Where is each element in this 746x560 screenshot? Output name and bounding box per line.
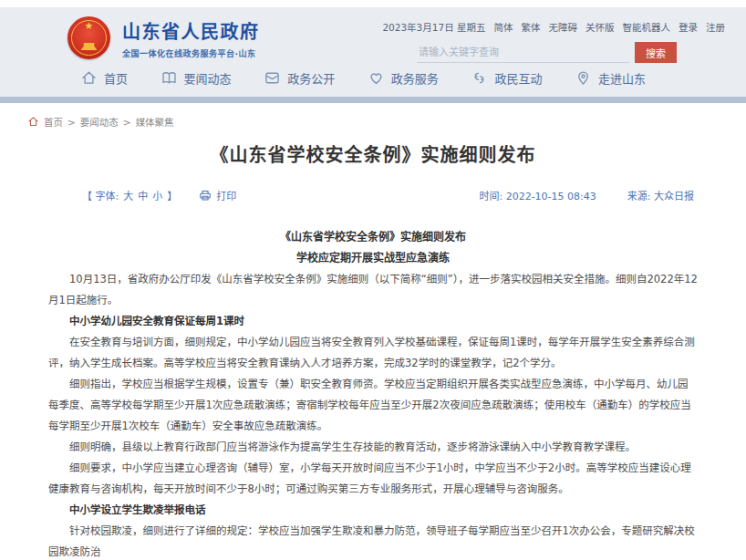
page-title: 《山东省学校安全条例》实施细则发布 — [48, 140, 698, 167]
article: 《山东省学校安全条例》实施细则发布 【 字体: 大 中 小 】 打印 — [48, 140, 698, 560]
date-text: 2023年3月17日 星期五 — [382, 20, 485, 34]
top-link-smart-robot[interactable]: 智能机器人 — [623, 20, 671, 34]
national-emblem-icon: ★ — [67, 16, 110, 59]
mail-icon — [264, 69, 281, 87]
font-size-large-button[interactable]: 大 — [123, 188, 133, 202]
font-size-medium-button[interactable]: 中 — [138, 188, 148, 202]
article-paragraph: 细则明确，县级以上教育行政部门应当将游泳作为提高学生生存技能的教育活动，逐步将游… — [48, 437, 698, 458]
breadcrumb-separator: > — [123, 117, 131, 128]
nav-item-label: 走进山东 — [598, 69, 646, 87]
article-section-heading: 中小学幼儿园安全教育保证每周1课时 — [48, 311, 698, 332]
nav-item-home[interactable]: 首页 — [80, 69, 128, 87]
font-control-suffix: 】 — [167, 188, 177, 202]
breadcrumb-home-icon — [27, 116, 39, 128]
home-icon — [80, 69, 98, 87]
search-button[interactable]: 搜索 — [635, 42, 677, 63]
print-button[interactable]: 打印 — [199, 188, 236, 202]
top-link-login[interactable]: 登录 — [679, 20, 698, 34]
utility-row: 2023年3月17日 星期五 简体 繁体 无障碍 关怀版 智能机器人 登录 注册 — [382, 20, 725, 34]
print-button-label: 打印 — [216, 188, 236, 202]
main-nav: 首页 要闻动态 政务公开 政务服务 — [0, 64, 746, 97]
header-top: ★ 山东省人民政府 全国一体化在线政务服务平台·山东 2023年3月17日 星期… — [0, 7, 746, 64]
top-link-register[interactable]: 注册 — [706, 20, 725, 34]
nav-item-label: 首页 — [104, 69, 128, 87]
nav-item-label: 政民互动 — [494, 69, 542, 87]
site-header: ★ 山东省人民政府 全国一体化在线政务服务平台·山东 2023年3月17日 星期… — [0, 7, 746, 97]
article-subtitle-2: 学校应定期开展实战型应急演练 — [48, 248, 698, 269]
map-pin-icon — [575, 69, 592, 87]
font-control-prefix: 【 字体: — [82, 188, 119, 202]
search-bar: 搜索 — [417, 42, 677, 63]
article-paragraph: 10月13日，省政府办公厅印发《山东省学校安全条例》实施细则（以下简称“细则”）… — [48, 269, 698, 311]
top-link-simplified[interactable]: 简体 — [494, 20, 513, 34]
article-paragraph: 细则要求，中小学应当建立心理咨询（辅导）室，小学每天开放时间应当不少于1小时，中… — [48, 458, 698, 500]
top-link-accessibility[interactable]: 无障碍 — [549, 20, 578, 34]
nav-item-gov-service[interactable]: 政务服务 — [368, 69, 439, 87]
article-body: 《山东省学校安全条例》实施细则发布 学校应定期开展实战型应急演练 10月13日，… — [48, 227, 698, 560]
main-content: 首页 > 要闻动态 > 媒体聚焦 《山东省学校安全条例》实施细则发布 【 字体:… — [0, 103, 746, 560]
article-subtitle-1: 《山东省学校安全条例》实施细则发布 — [48, 227, 698, 248]
meta-right: 时间: 2022-10-15 08:43 来源: 大众日报 — [479, 188, 694, 202]
article-paragraph: 在安全教育与培训方面，细则规定，中小学幼儿园应当将安全教育列入学校基础课程，保证… — [48, 332, 698, 374]
article-source: 来源: 大众日报 — [627, 188, 694, 202]
brand-text: 山东省人民政府 全国一体化在线政务服务平台·山东 — [122, 17, 260, 59]
nav-item-label: 政务服务 — [391, 69, 439, 87]
top-link-traditional[interactable]: 繁体 — [522, 20, 541, 34]
font-size-control: 【 字体: 大 中 小 】 — [82, 188, 177, 202]
nav-item-news[interactable]: 要闻动态 — [161, 69, 232, 87]
breadcrumb-item-news[interactable]: 要闻动态 — [80, 115, 119, 129]
top-white-strip — [0, 0, 746, 7]
nav-item-gov-disclosure[interactable]: 政务公开 — [264, 69, 335, 87]
breadcrumb-item-home[interactable]: 首页 — [44, 115, 63, 129]
article-meta-row: 【 字体: 大 中 小 】 打印 时间: — [48, 188, 698, 202]
news-icon — [161, 69, 178, 87]
article-paragraph: 针对校园欺凌，细则进行了详细的规定：学校应当加强学生欺凌和暴力防范，领导班子每学… — [48, 521, 698, 560]
search-input[interactable] — [417, 43, 629, 63]
heart-icon — [368, 69, 385, 87]
top-link-care-version[interactable]: 关怀版 — [585, 20, 615, 34]
chat-brackets-icon — [471, 69, 488, 87]
breadcrumb-separator: > — [67, 117, 76, 128]
article-section-heading: 中小学设立学生欺凌举报电话 — [48, 500, 698, 521]
breadcrumb: 首页 > 要闻动态 > 媒体聚焦 — [0, 103, 746, 129]
publish-time: 时间: 2022-10-15 08:43 — [479, 188, 596, 202]
article-paragraph: 细则指出，学校应当根据学生规模，设置专（兼）职安全教育师资。学校应当定期组织开展… — [48, 374, 698, 437]
nav-item-gov-interaction[interactable]: 政民互动 — [471, 69, 542, 87]
header-right: 2023年3月17日 星期五 简体 繁体 无障碍 关怀版 智能机器人 登录 注册… — [382, 16, 746, 63]
nav-item-label: 要闻动态 — [184, 69, 232, 87]
site-title: 山东省人民政府 — [122, 17, 260, 44]
font-size-small-button[interactable]: 小 — [152, 188, 162, 202]
brand-logo-link[interactable]: ★ 山东省人民政府 全国一体化在线政务服务平台·山东 — [67, 16, 260, 59]
breadcrumb-item-media-focus: 媒体聚焦 — [136, 115, 174, 129]
meta-left: 【 字体: 大 中 小 】 打印 — [82, 188, 236, 202]
nav-item-into-shandong[interactable]: 走进山东 — [575, 69, 646, 87]
nav-item-label: 政务公开 — [287, 69, 335, 87]
printer-icon — [199, 189, 212, 202]
nav-separator-bar — [0, 97, 746, 103]
site-subtitle: 全国一体化在线政务服务平台·山东 — [122, 47, 260, 59]
